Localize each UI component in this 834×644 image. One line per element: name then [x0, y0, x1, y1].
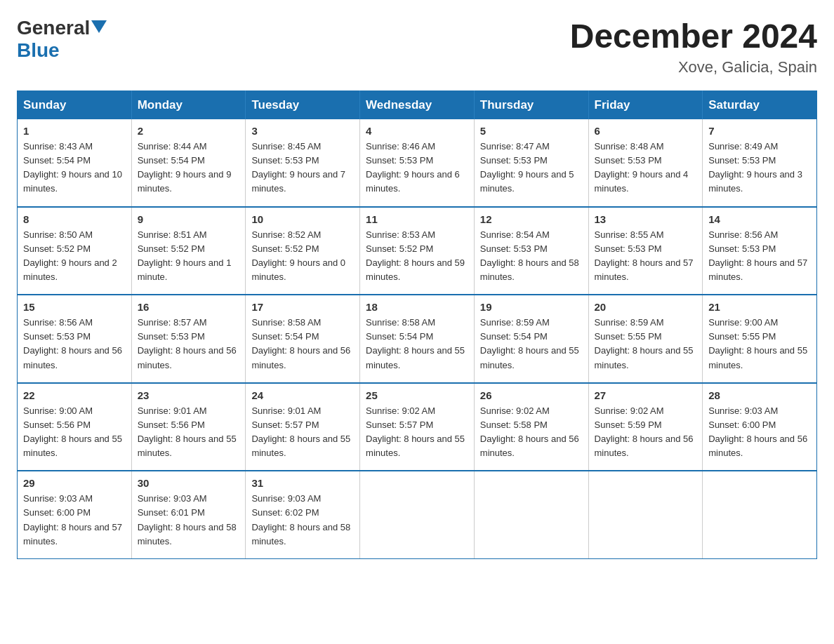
day-number: 7	[708, 125, 811, 137]
calendar-cell-w4-d4: 25 Sunrise: 9:02 AMSunset: 5:57 PMDaylig…	[360, 383, 475, 471]
day-info: Sunrise: 8:45 AMSunset: 5:53 PMDaylight:…	[251, 141, 345, 194]
day-info: Sunrise: 9:01 AMSunset: 5:56 PMDaylight:…	[138, 405, 237, 458]
day-info: Sunrise: 9:03 AMSunset: 6:00 PMDaylight:…	[708, 405, 807, 458]
title-block: December 2024 Xove, Galicia, Spain	[570, 17, 817, 76]
day-number: 12	[480, 213, 583, 225]
calendar-cell-w2-d4: 11 Sunrise: 8:53 AMSunset: 5:52 PMDaylig…	[360, 207, 475, 295]
day-number: 1	[23, 125, 126, 137]
day-info: Sunrise: 8:59 AMSunset: 5:54 PMDaylight:…	[480, 317, 579, 370]
calendar-week-1: 1 Sunrise: 8:43 AMSunset: 5:54 PMDayligh…	[18, 119, 817, 207]
calendar-week-4: 22 Sunrise: 9:00 AMSunset: 5:56 PMDaylig…	[18, 383, 817, 471]
day-info: Sunrise: 8:43 AMSunset: 5:54 PMDaylight:…	[23, 141, 122, 194]
calendar-week-2: 8 Sunrise: 8:50 AMSunset: 5:52 PMDayligh…	[18, 207, 817, 295]
col-saturday: Saturday	[703, 91, 817, 120]
day-info: Sunrise: 9:02 AMSunset: 5:57 PMDaylight:…	[366, 405, 465, 458]
day-number: 21	[708, 301, 811, 313]
day-info: Sunrise: 9:01 AMSunset: 5:57 PMDaylight:…	[251, 405, 350, 458]
calendar-cell-w3-d7: 21 Sunrise: 9:00 AMSunset: 5:55 PMDaylig…	[703, 295, 817, 383]
day-number: 31	[251, 477, 354, 489]
day-number: 9	[138, 213, 240, 225]
calendar-header-row: Sunday Monday Tuesday Wednesday Thursday…	[18, 91, 817, 120]
day-number: 4	[366, 125, 468, 137]
day-info: Sunrise: 8:54 AMSunset: 5:53 PMDaylight:…	[480, 229, 579, 282]
day-number: 16	[138, 301, 240, 313]
day-number: 28	[708, 389, 811, 401]
day-number: 30	[138, 477, 240, 489]
col-wednesday: Wednesday	[360, 91, 475, 120]
day-number: 14	[708, 213, 811, 225]
day-number: 25	[366, 389, 468, 401]
calendar-cell-w1-d4: 4 Sunrise: 8:46 AMSunset: 5:53 PMDayligh…	[360, 119, 475, 207]
col-friday: Friday	[588, 91, 703, 120]
day-info: Sunrise: 8:51 AMSunset: 5:52 PMDaylight:…	[138, 229, 232, 282]
day-info: Sunrise: 8:50 AMSunset: 5:52 PMDaylight:…	[23, 229, 117, 282]
day-info: Sunrise: 8:49 AMSunset: 5:53 PMDaylight:…	[708, 141, 802, 194]
day-info: Sunrise: 8:48 AMSunset: 5:53 PMDaylight:…	[595, 141, 689, 194]
calendar-cell-w2-d3: 10 Sunrise: 8:52 AMSunset: 5:52 PMDaylig…	[246, 207, 360, 295]
day-info: Sunrise: 8:56 AMSunset: 5:53 PMDaylight:…	[708, 229, 807, 282]
logo-general-text: General	[17, 17, 90, 39]
calendar-cell-w2-d7: 14 Sunrise: 8:56 AMSunset: 5:53 PMDaylig…	[703, 207, 817, 295]
day-number: 23	[138, 389, 240, 401]
calendar-cell-w2-d6: 13 Sunrise: 8:55 AMSunset: 5:53 PMDaylig…	[588, 207, 703, 295]
calendar-cell-w5-d1: 29 Sunrise: 9:03 AMSunset: 6:00 PMDaylig…	[18, 471, 132, 558]
day-info: Sunrise: 8:57 AMSunset: 5:53 PMDaylight:…	[138, 317, 237, 370]
page-header: General Blue December 2024 Xove, Galicia…	[17, 17, 817, 76]
calendar-cell-w4-d2: 23 Sunrise: 9:01 AMSunset: 5:56 PMDaylig…	[131, 383, 246, 471]
day-number: 2	[138, 125, 240, 137]
day-info: Sunrise: 8:44 AMSunset: 5:54 PMDaylight:…	[138, 141, 232, 194]
day-info: Sunrise: 9:03 AMSunset: 6:02 PMDaylight:…	[251, 493, 350, 546]
logo-blue-text: Blue	[17, 39, 60, 62]
day-number: 20	[595, 301, 697, 313]
day-info: Sunrise: 9:02 AMSunset: 5:59 PMDaylight:…	[595, 405, 694, 458]
day-number: 10	[251, 213, 354, 225]
col-thursday: Thursday	[474, 91, 588, 120]
calendar-cell-w5-d5	[474, 471, 588, 558]
calendar-table: Sunday Monday Tuesday Wednesday Thursday…	[17, 90, 817, 559]
day-number: 8	[23, 213, 126, 225]
calendar-cell-w5-d7	[703, 471, 817, 558]
col-sunday: Sunday	[18, 91, 132, 120]
calendar-cell-w4-d1: 22 Sunrise: 9:00 AMSunset: 5:56 PMDaylig…	[18, 383, 132, 471]
day-info: Sunrise: 9:00 AMSunset: 5:56 PMDaylight:…	[23, 405, 122, 458]
day-info: Sunrise: 8:52 AMSunset: 5:52 PMDaylight:…	[251, 229, 345, 282]
day-number: 18	[366, 301, 468, 313]
calendar-cell-w2-d2: 9 Sunrise: 8:51 AMSunset: 5:52 PMDayligh…	[131, 207, 246, 295]
col-tuesday: Tuesday	[246, 91, 360, 120]
location-title: Xove, Galicia, Spain	[570, 58, 817, 76]
calendar-cell-w1-d6: 6 Sunrise: 8:48 AMSunset: 5:53 PMDayligh…	[588, 119, 703, 207]
col-monday: Monday	[131, 91, 246, 120]
logo-triangle-icon	[91, 20, 107, 33]
day-number: 6	[595, 125, 697, 137]
calendar-cell-w4-d5: 26 Sunrise: 9:02 AMSunset: 5:58 PMDaylig…	[474, 383, 588, 471]
day-number: 27	[595, 389, 697, 401]
calendar-cell-w3-d5: 19 Sunrise: 8:59 AMSunset: 5:54 PMDaylig…	[474, 295, 588, 383]
calendar-cell-w1-d5: 5 Sunrise: 8:47 AMSunset: 5:53 PMDayligh…	[474, 119, 588, 207]
day-info: Sunrise: 9:02 AMSunset: 5:58 PMDaylight:…	[480, 405, 579, 458]
day-number: 19	[480, 301, 583, 313]
calendar-cell-w4-d3: 24 Sunrise: 9:01 AMSunset: 5:57 PMDaylig…	[246, 383, 360, 471]
calendar-cell-w4-d6: 27 Sunrise: 9:02 AMSunset: 5:59 PMDaylig…	[588, 383, 703, 471]
day-number: 13	[595, 213, 697, 225]
calendar-cell-w5-d2: 30 Sunrise: 9:03 AMSunset: 6:01 PMDaylig…	[131, 471, 246, 558]
svg-marker-0	[91, 20, 107, 33]
calendar-cell-w5-d4	[360, 471, 475, 558]
day-number: 11	[366, 213, 468, 225]
calendar-cell-w1-d3: 3 Sunrise: 8:45 AMSunset: 5:53 PMDayligh…	[246, 119, 360, 207]
calendar-cell-w1-d2: 2 Sunrise: 8:44 AMSunset: 5:54 PMDayligh…	[131, 119, 246, 207]
day-info: Sunrise: 9:03 AMSunset: 6:00 PMDaylight:…	[23, 493, 122, 546]
day-info: Sunrise: 9:00 AMSunset: 5:55 PMDaylight:…	[708, 317, 807, 370]
logo: General Blue	[17, 17, 107, 62]
day-info: Sunrise: 8:58 AMSunset: 5:54 PMDaylight:…	[251, 317, 350, 370]
day-info: Sunrise: 8:53 AMSunset: 5:52 PMDaylight:…	[366, 229, 465, 282]
calendar-week-5: 29 Sunrise: 9:03 AMSunset: 6:00 PMDaylig…	[18, 471, 817, 558]
calendar-cell-w3-d6: 20 Sunrise: 8:59 AMSunset: 5:55 PMDaylig…	[588, 295, 703, 383]
day-info: Sunrise: 8:59 AMSunset: 5:55 PMDaylight:…	[595, 317, 694, 370]
month-title: December 2024	[570, 17, 817, 55]
day-number: 29	[23, 477, 126, 489]
day-info: Sunrise: 8:46 AMSunset: 5:53 PMDaylight:…	[366, 141, 460, 194]
calendar-cell-w2-d5: 12 Sunrise: 8:54 AMSunset: 5:53 PMDaylig…	[474, 207, 588, 295]
calendar-cell-w3-d1: 15 Sunrise: 8:56 AMSunset: 5:53 PMDaylig…	[18, 295, 132, 383]
day-number: 17	[251, 301, 354, 313]
day-info: Sunrise: 8:56 AMSunset: 5:53 PMDaylight:…	[23, 317, 122, 370]
